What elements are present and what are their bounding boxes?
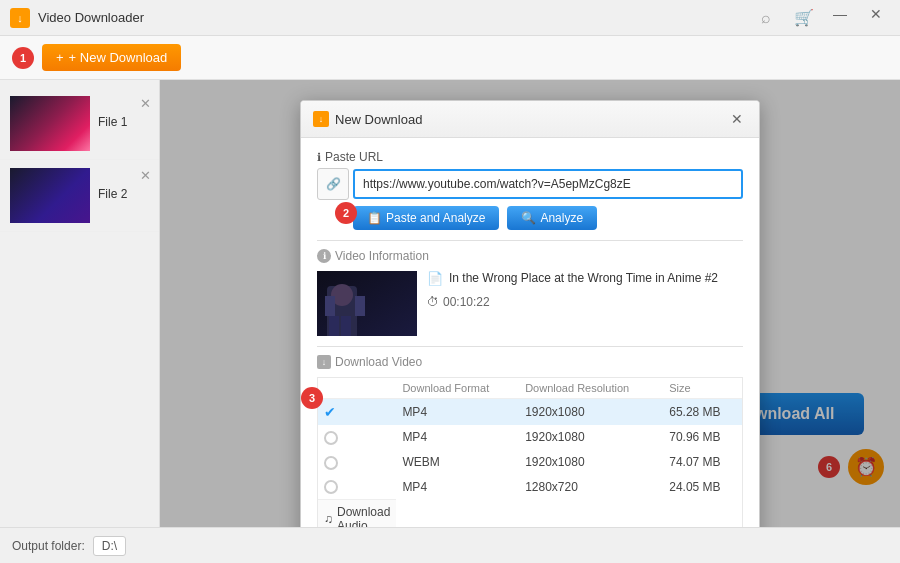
format-row-0[interactable]: ✔ MP4 1920x1080 65.28 MB (318, 399, 742, 426)
close-item-1[interactable]: ✕ (140, 96, 151, 111)
radio-2 (324, 456, 338, 470)
app-title: Video Downloader (38, 10, 144, 25)
format-name-0: MP4 (396, 399, 519, 426)
step-badge-3: 3 (301, 387, 323, 409)
format-size-3: 24.05 MB (663, 475, 742, 500)
paste-url-section: ℹ Paste URL 🔗 2 (317, 150, 743, 230)
divider-1 (317, 240, 743, 241)
format-row-3[interactable]: MP4 1280x720 24.05 MB (318, 475, 742, 500)
minimize-button[interactable]: — (826, 4, 854, 24)
modal-overlay: ↓ New Download ✕ ℹ Paste URL (160, 80, 900, 527)
analyze-button[interactable]: 🔍 Analyze (507, 206, 597, 230)
step-badge-2: 2 (335, 202, 357, 224)
paste-analyze-label: Paste and Analyze (386, 211, 485, 225)
download-title-1: File 1 (98, 115, 149, 129)
video-thumbnail (317, 271, 417, 336)
close-button[interactable]: ✕ (862, 4, 890, 24)
output-folder-value: D:\ (93, 536, 126, 556)
action-buttons-row: 2 📋 Paste and Analyze 🔍 Analyze (353, 206, 743, 230)
step-badge-1: 1 (12, 47, 34, 69)
video-info-header: ℹ Video Information (317, 249, 743, 263)
app-body: File 1 ✕ File 2 ✕ 6 Download All (0, 80, 900, 527)
clock-icon: ⏱ (427, 295, 439, 309)
format-size-1: 70.96 MB (663, 425, 742, 450)
format-name-1: MP4 (396, 425, 519, 450)
cart-icon[interactable]: 🛒 (790, 4, 818, 32)
format-row-2[interactable]: WEBM 1920x1080 74.07 MB (318, 450, 742, 475)
download-video-header: ↓ Download Video (317, 355, 743, 369)
thumbnail-1 (10, 96, 90, 151)
format-row-1[interactable]: MP4 1920x1080 70.96 MB (318, 425, 742, 450)
radio-3 (324, 480, 338, 494)
video-preview-row: 📄 In the Wrong Place at the Wrong Time i… (317, 271, 743, 336)
info-icon: ℹ (317, 151, 321, 164)
col-resolution-header: Download Resolution (519, 378, 663, 399)
close-item-2[interactable]: ✕ (140, 168, 151, 183)
download-video-icon: ↓ (317, 355, 331, 369)
app-toolbar: 1 + + New Download (0, 36, 900, 80)
format-size-0: 65.28 MB (663, 399, 742, 426)
format-size-2: 74.07 MB (663, 450, 742, 475)
modal-title-left: ↓ New Download (313, 111, 422, 127)
app-titlebar: ↓ Video Downloader ⌕ 🛒 — ✕ (0, 0, 900, 36)
modal-close-button[interactable]: ✕ (727, 109, 747, 129)
analyze-icon: 🔍 (521, 211, 536, 225)
divider-2 (317, 346, 743, 347)
output-folder-label: Output folder: (12, 539, 85, 553)
url-input[interactable] (353, 169, 743, 199)
url-icon: 🔗 (317, 168, 349, 200)
app-window: ↓ Video Downloader ⌕ 🛒 — ✕ 1 + + New Dow… (0, 0, 900, 563)
modal-app-icon: ↓ (313, 111, 329, 127)
link-icon: 🔗 (326, 177, 341, 191)
titlebar-controls: ⌕ 🛒 — ✕ (752, 4, 890, 32)
main-content: 6 Download All ⏰ ↓ New Download ✕ (160, 80, 900, 527)
bottom-bar: Output folder: D:\ (0, 527, 900, 563)
audio-header-row: ♫ Download Audio (318, 499, 742, 527)
format-table: Download Format Download Resolution Size (318, 378, 742, 527)
format-res-2: 1920x1080 (519, 450, 663, 475)
download-item-2: File 2 ✕ (0, 160, 159, 232)
analyze-label: Analyze (540, 211, 583, 225)
music-icon: ♫ (324, 512, 333, 526)
format-table-container: 3 Download Format Download Resolution (317, 377, 743, 527)
format-name-3: MP4 (396, 475, 519, 500)
new-download-label: + New Download (69, 50, 168, 65)
col-select (318, 378, 396, 399)
download-info-1: File 1 (98, 115, 149, 133)
paste-url-label: ℹ Paste URL (317, 150, 743, 164)
new-download-icon: + (56, 50, 64, 65)
file-icon: 📄 (427, 271, 443, 286)
thumbnail-2 (10, 168, 90, 223)
modal-body: ℹ Paste URL 🔗 2 (301, 138, 759, 527)
url-input-row: 🔗 (317, 168, 743, 200)
format-res-1: 1920x1080 (519, 425, 663, 450)
format-name-2: WEBM (396, 450, 519, 475)
selected-check-0: ✔ (324, 404, 336, 420)
download-title-2: File 2 (98, 187, 149, 201)
format-res-3: 1280x720 (519, 475, 663, 500)
info-icon-2: ℹ (317, 249, 331, 263)
col-size-header: Size (663, 378, 742, 399)
modal-titlebar: ↓ New Download ✕ (301, 101, 759, 138)
format-table-wrapper[interactable]: Download Format Download Resolution Size (317, 377, 743, 527)
video-meta: 📄 In the Wrong Place at the Wrong Time i… (427, 271, 743, 309)
modal-title-text: New Download (335, 112, 422, 127)
download-video-section: ↓ Download Video 3 (317, 355, 743, 527)
video-info-section: ℹ Video Information (317, 249, 743, 336)
search-icon[interactable]: ⌕ (752, 4, 780, 32)
paste-analyze-button[interactable]: 📋 Paste and Analyze (353, 206, 499, 230)
video-duration: ⏱ 00:10:22 (427, 295, 743, 309)
sidebar: File 1 ✕ File 2 ✕ (0, 80, 160, 527)
paste-icon: 📋 (367, 211, 382, 225)
new-download-button[interactable]: + + New Download (42, 44, 181, 71)
col-format-header: Download Format (396, 378, 519, 399)
new-download-modal: ↓ New Download ✕ ℹ Paste URL (300, 100, 760, 527)
video-title: In the Wrong Place at the Wrong Time in … (449, 271, 718, 285)
download-item-1: File 1 ✕ (0, 88, 159, 160)
download-info-2: File 2 (98, 187, 149, 205)
app-icon: ↓ (10, 8, 30, 28)
title-left: ↓ Video Downloader (10, 8, 144, 28)
radio-1 (324, 431, 338, 445)
format-res-0: 1920x1080 (519, 399, 663, 426)
